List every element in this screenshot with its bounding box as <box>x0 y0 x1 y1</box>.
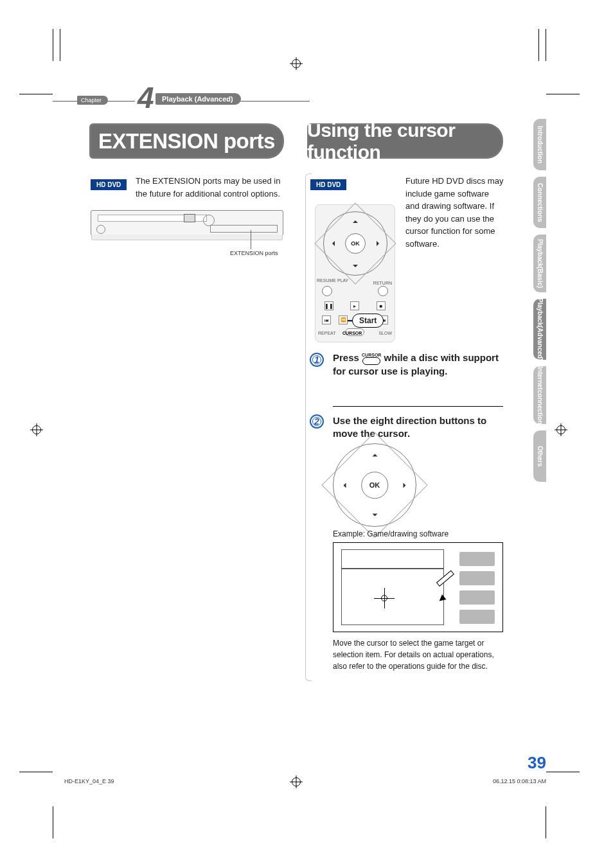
resume-button-icon <box>322 286 332 296</box>
step-2-icon: 2 <box>310 414 324 429</box>
chapter-bar: Chapter 4 Playback (Advanced) <box>53 94 310 107</box>
crop-mark <box>546 94 580 94</box>
side-tab-playback-basic: Playback(Basic) <box>533 235 546 292</box>
side-tab-internet-connection: Internetconnection <box>533 366 546 424</box>
chapter-title: Playback (Advanced) <box>155 93 241 105</box>
crop-mark <box>546 806 546 838</box>
step-1-icon: 1 <box>310 353 324 367</box>
page-number: 39 <box>528 753 546 773</box>
crosshair-icon <box>378 592 391 605</box>
cursor-description: Future HD DVD discs may include game sof… <box>405 175 505 250</box>
hd-dvd-badge: HD DVD <box>310 179 346 190</box>
hd-dvd-badge: HD DVD <box>91 179 127 190</box>
section-title-text: EXTENSION ports <box>98 129 275 154</box>
palette-item <box>459 552 495 566</box>
palette-item <box>459 571 495 585</box>
repeat-label: REPEAT <box>318 331 336 335</box>
example-note: Move the cursor to select the game targe… <box>333 637 503 672</box>
crop-mark <box>546 772 580 772</box>
cursor-button-inline-icon: CURSOR <box>362 353 381 365</box>
step-2-text: Use the eight direction buttons to move … <box>333 414 506 441</box>
column-bracket <box>305 173 312 681</box>
skip-prev-button-icon: ⏮ <box>322 315 331 324</box>
crop-mark <box>538 29 539 61</box>
start-callout: Start <box>352 314 384 328</box>
resume-label: RESUME PLAY <box>317 278 348 283</box>
pause-button-icon: ❚❚ <box>324 301 333 310</box>
rewind-button-icon: ⏪ <box>339 315 348 324</box>
dpad: OK <box>323 211 387 276</box>
cursor-label: CURSOR <box>342 331 362 335</box>
device-illustration <box>91 210 283 236</box>
example-box <box>333 542 503 632</box>
extension-ports-label: EXTENSION ports <box>230 250 278 256</box>
side-tab-connections: Connections <box>533 177 546 228</box>
crop-mark <box>53 29 53 61</box>
pen-icon <box>432 579 458 605</box>
crop-mark <box>546 29 546 61</box>
chapter-number: 4 <box>135 80 157 115</box>
chapter-label: Chapter <box>77 96 108 105</box>
side-tab-introduction: Introduction <box>533 119 546 170</box>
return-button-icon <box>378 286 388 296</box>
crop-mark <box>19 772 53 772</box>
palette-item <box>459 590 495 605</box>
registration-mark <box>292 59 301 68</box>
slow-label: SLOW <box>378 331 392 335</box>
palette-item <box>459 610 495 624</box>
registration-mark <box>292 777 301 786</box>
ok-button-icon: OK <box>361 472 388 499</box>
section-title-cursor: Using the cursor function <box>307 123 503 159</box>
return-label: RETURN <box>373 281 392 285</box>
dpad-large: OK <box>333 443 416 527</box>
section-title-text: Using the cursor function <box>307 120 503 163</box>
footer-id: HD-E1KY_04_E 39 <box>64 778 114 784</box>
side-tab-playback-advanced: Playback(Advanced) <box>533 299 546 360</box>
footer-timestamp: 06.12.15 0:08:13 AM <box>493 778 546 784</box>
example-label: Example: Game/drawing software <box>333 529 449 538</box>
registration-mark <box>32 425 41 434</box>
registration-mark <box>556 425 565 434</box>
section-title-extension: EXTENSION ports <box>89 123 284 159</box>
crop-mark <box>60 29 60 61</box>
example-window <box>341 549 444 569</box>
play-button-icon: ▸ <box>350 301 359 310</box>
ok-button-icon: OK <box>345 233 366 254</box>
page: { "chapter": { "label": "Chapter", "numb… <box>0 0 613 868</box>
side-tab-others: Others <box>533 430 546 482</box>
step-separator <box>333 406 503 407</box>
example-canvas <box>341 569 444 625</box>
leader-line <box>251 230 251 249</box>
crop-mark <box>19 94 53 94</box>
extension-description: The EXTENSION ports may be used in the f… <box>136 175 282 200</box>
step-1-text: Press CURSOR while a disc with support f… <box>333 351 506 378</box>
stop-button-icon: ■ <box>377 301 386 310</box>
crop-mark <box>53 806 53 838</box>
